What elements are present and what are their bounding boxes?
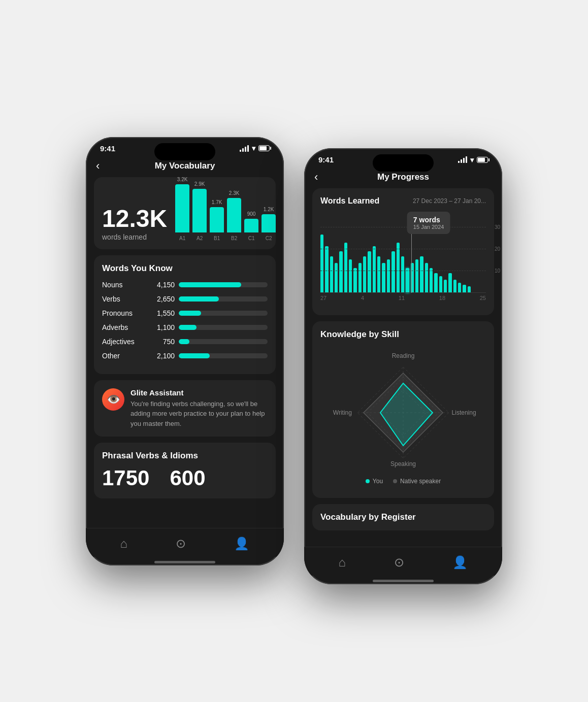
bar bbox=[175, 184, 189, 232]
bar-group: 2.9KA2 bbox=[192, 181, 207, 241]
phrasal-num-1: 1750 bbox=[102, 466, 149, 490]
progress-chart-bar bbox=[349, 259, 352, 293]
legend-you: You bbox=[366, 478, 383, 485]
chart-tooltip: 7 words 15 Jan 2024 bbox=[407, 212, 450, 234]
chart-wrapper: 20 30 10 bbox=[320, 227, 486, 293]
word-count: 2,100 bbox=[152, 352, 175, 360]
bar-label: C1 bbox=[248, 236, 255, 241]
radar-legend: You Native speaker bbox=[366, 478, 441, 485]
nav-home-1[interactable]: ⌂ bbox=[112, 534, 136, 553]
progress-chart-bar bbox=[335, 263, 338, 293]
legend-dot-native bbox=[393, 479, 397, 483]
word-count: 1,100 bbox=[152, 323, 175, 331]
search-icon-2: ⊙ bbox=[394, 555, 404, 570]
bar-label: C2 bbox=[266, 236, 272, 241]
bar-group: 3.2KA1 bbox=[175, 177, 189, 241]
vocab-register-card: Vocabulary by Register bbox=[312, 504, 494, 530]
progress-chart-bar bbox=[415, 259, 418, 293]
status-icons-2: ▾ bbox=[458, 156, 488, 164]
radar-svg bbox=[352, 362, 454, 463]
knowledge-skill-title: Knowledge by Skill bbox=[320, 329, 486, 340]
bar-chart-container: 3.2KA12.9KA21.7KB12.3KB2900C11.2KC2 bbox=[175, 185, 276, 241]
content-1: 12.3K words learned 3.2KA12.9KA21.7KB12.… bbox=[86, 177, 284, 528]
back-button-1[interactable]: ‹ bbox=[96, 159, 100, 173]
bar-value: 2.3K bbox=[229, 190, 240, 196]
gridline-20: 20 bbox=[495, 246, 500, 252]
progress-chart-bar bbox=[463, 285, 466, 293]
progress-chart-bar bbox=[339, 251, 342, 293]
tooltip-words: 7 words bbox=[413, 216, 444, 224]
x-label-11: 11 bbox=[399, 295, 405, 301]
progress-chart-bar bbox=[320, 235, 323, 293]
back-button-2[interactable]: ‹ bbox=[314, 171, 318, 184]
radar-label-reading: Reading bbox=[392, 352, 415, 359]
nav-search-2[interactable]: ⊙ bbox=[386, 553, 412, 572]
word-row: Nouns4,150 bbox=[102, 281, 268, 289]
radar-labels: Reading Writing Listening Speaking bbox=[337, 352, 469, 474]
phrasal-card: Phrasal Verbs & Idioms 1750 600 bbox=[94, 443, 276, 498]
vocab-count: 12.3K bbox=[102, 207, 167, 231]
assistant-icon: 👁️ bbox=[102, 388, 124, 411]
assistant-title: Glite Assistant bbox=[130, 388, 268, 397]
assistant-text: You're finding verbs challenging, so we'… bbox=[130, 399, 268, 429]
progress-bar-fill bbox=[179, 325, 197, 330]
bar-value: 2.9K bbox=[194, 181, 205, 187]
vocab-register-title: Vocabulary by Register bbox=[320, 512, 486, 522]
battery-icon bbox=[258, 145, 270, 151]
bar bbox=[262, 214, 276, 232]
signal-icon bbox=[240, 145, 249, 152]
progress-chart-bar bbox=[453, 280, 456, 293]
word-count: 1,550 bbox=[152, 309, 175, 317]
word-category: Nouns bbox=[102, 281, 148, 289]
progress-chart-bar bbox=[401, 256, 404, 293]
progress-chart-bar bbox=[406, 268, 409, 293]
bar-value: 1.7K bbox=[212, 199, 222, 205]
chart-area: 7 words 15 Jan 2024 20 bbox=[320, 212, 486, 303]
gridline-10: 10 bbox=[495, 268, 500, 274]
assistant-content: Glite Assistant You're finding verbs cha… bbox=[130, 388, 268, 429]
word-row: Adjectives750 bbox=[102, 338, 268, 346]
progress-chart-bar bbox=[448, 273, 451, 293]
bottom-nav-2: ⌂ ⊙ 👤 bbox=[304, 547, 502, 576]
progress-chart-bar bbox=[430, 268, 433, 293]
bar-value: 3.2K bbox=[177, 177, 188, 182]
progress-bar-fill bbox=[179, 282, 241, 287]
bar-label: B2 bbox=[231, 236, 237, 241]
bar bbox=[244, 219, 258, 232]
home-icon-1: ⌂ bbox=[120, 537, 128, 551]
bottom-nav-1: ⌂ ⊙ 👤 bbox=[86, 528, 284, 557]
status-icons-1: ▾ bbox=[240, 144, 270, 152]
nav-home-2[interactable]: ⌂ bbox=[331, 553, 354, 572]
nav-profile-1[interactable]: 👤 bbox=[226, 534, 257, 553]
phrasal-num-2: 600 bbox=[170, 466, 205, 490]
words-you-know-card: Words You Know Nouns4,150Verbs2,650Prono… bbox=[94, 255, 276, 374]
progress-chart-bar bbox=[391, 251, 395, 293]
progress-bar-fill bbox=[179, 311, 201, 316]
progress-bar-bg bbox=[179, 339, 268, 344]
word-rows: Nouns4,150Verbs2,650Pronouns1,550Adverbs… bbox=[102, 281, 268, 360]
vocab-label: words learned bbox=[102, 233, 167, 241]
bar-group: 2.3KB2 bbox=[227, 190, 241, 241]
time-1: 9:41 bbox=[100, 144, 115, 153]
phrasal-title: Phrasal Verbs & Idioms bbox=[102, 451, 268, 461]
bar-label: B1 bbox=[214, 236, 220, 241]
progress-chart-bar bbox=[458, 283, 461, 293]
legend-dot-you bbox=[366, 479, 370, 483]
progress-chart-bar bbox=[330, 256, 333, 293]
signal-icon-2 bbox=[458, 156, 467, 163]
bar-chart: 3.2KA12.9KA21.7KB12.3KB2900C11.2KC2 bbox=[175, 185, 276, 241]
vocab-stats-card: 12.3K words learned 3.2KA12.9KA21.7KB12.… bbox=[94, 177, 276, 249]
nav-profile-2[interactable]: 👤 bbox=[444, 553, 476, 572]
nav-search-1[interactable]: ⊙ bbox=[168, 534, 194, 553]
word-category: Verbs bbox=[102, 295, 148, 303]
phone-1: 9:41 ▾ ‹ My Vocabulary 12.3K words learn… bbox=[86, 137, 284, 565]
cursor-line bbox=[411, 227, 412, 293]
progress-chart-bar bbox=[368, 251, 371, 293]
words-learned-card: Words Learned 27 Dec 2023 – 27 Jan 20...… bbox=[312, 188, 494, 315]
bar-group: 1.2KC2 bbox=[262, 207, 276, 241]
knowledge-skill-card: Knowledge by Skill Reading Writing Liste… bbox=[312, 321, 494, 498]
progress-chart-bar bbox=[344, 243, 347, 293]
legend-label-you: You bbox=[373, 478, 383, 485]
progress-bar-bg bbox=[179, 282, 268, 287]
word-category: Other bbox=[102, 352, 148, 360]
